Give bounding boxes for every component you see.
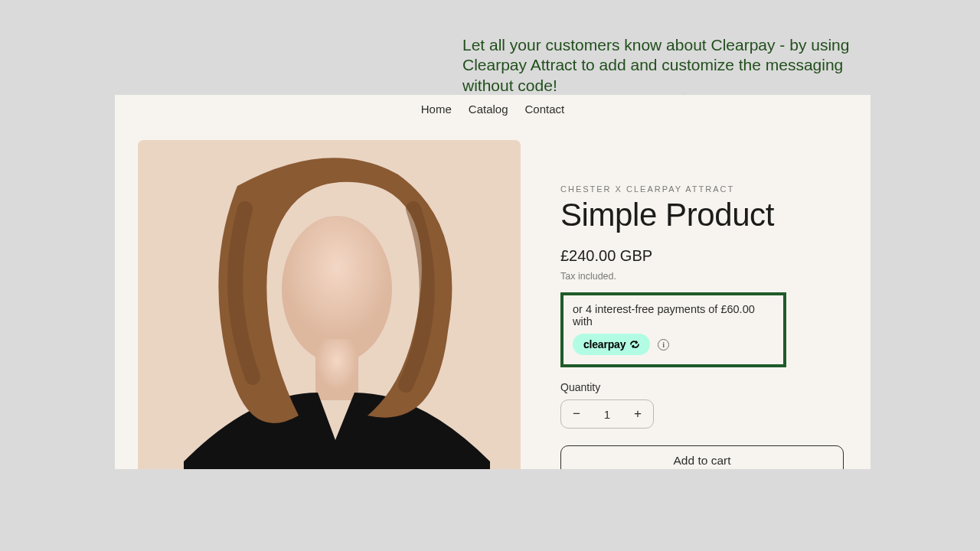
storefront-frame: Home Catalog Contact CHESTE <box>115 95 871 469</box>
clearpay-badge-label: clearpay <box>583 338 626 350</box>
product-vendor: CHESTER X CLEARPAY ATTRACT <box>560 184 848 194</box>
quantity-increase-button[interactable]: + <box>622 400 653 428</box>
tax-note: Tax included. <box>560 271 848 282</box>
nav-link-contact[interactable]: Contact <box>525 103 565 116</box>
add-to-cart-button[interactable]: Add to cart <box>560 445 844 469</box>
bnpl-highlight-box: or 4 interest-free payments of £60.00 wi… <box>560 292 786 367</box>
quantity-decrease-button[interactable]: − <box>561 400 592 428</box>
product-title: Simple Product <box>560 197 848 233</box>
top-nav: Home Catalog Contact <box>115 103 871 116</box>
annotation-text: Let all your customers know about Clearp… <box>462 35 876 96</box>
product-section: CHESTER X CLEARPAY ATTRACT Simple Produc… <box>115 116 871 469</box>
product-details: CHESTER X CLEARPAY ATTRACT Simple Produc… <box>560 140 848 469</box>
info-icon[interactable] <box>658 339 669 350</box>
bnpl-message: or 4 interest-free payments of £60.00 wi… <box>573 303 774 328</box>
product-price: £240.00 GBP <box>560 247 848 265</box>
clearpay-loop-icon <box>629 339 641 350</box>
nav-link-catalog[interactable]: Catalog <box>469 103 508 116</box>
svg-rect-3 <box>315 339 358 400</box>
quantity-value: 1 <box>592 408 622 421</box>
clearpay-badge[interactable]: clearpay <box>573 334 650 355</box>
bnpl-row: clearpay <box>573 334 774 355</box>
nav-link-home[interactable]: Home <box>421 103 452 116</box>
quantity-label: Quantity <box>560 381 848 393</box>
product-image <box>138 140 521 469</box>
quantity-stepper: − 1 + <box>560 399 654 429</box>
